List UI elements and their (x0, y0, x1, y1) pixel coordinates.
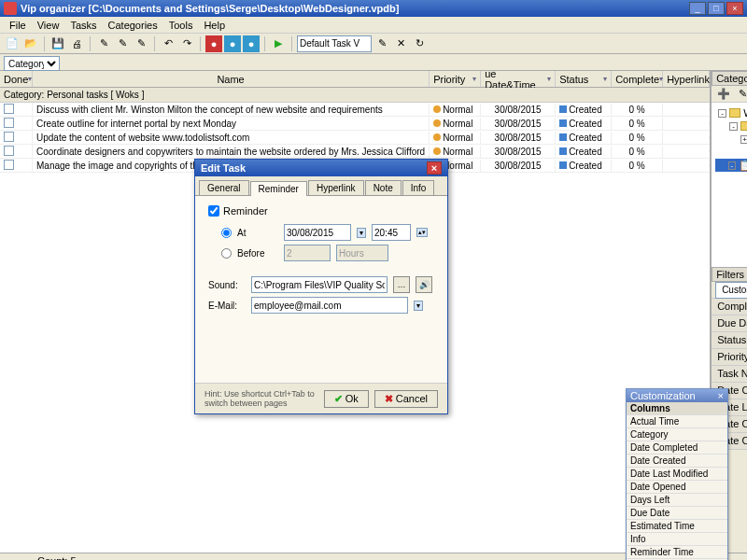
column-item[interactable]: Category (627, 428, 727, 441)
done-checkbox[interactable] (4, 132, 14, 142)
email-dropdown-icon[interactable]: ▾ (414, 301, 423, 311)
menu-help[interactable]: Help (198, 20, 231, 31)
task-name: Discuss with client Mr. Winston Milton t… (33, 104, 430, 116)
table-row[interactable]: Discuss with client Mr. Winston Milton t… (0, 103, 710, 117)
menu-tools[interactable]: Tools (163, 20, 199, 31)
tree-node[interactable]: -Projects1616 (715, 119, 747, 133)
column-item[interactable]: Date Last Modified (627, 468, 727, 481)
col-status[interactable]: Status▾ (556, 71, 612, 87)
note-icon[interactable]: ✎ (114, 35, 131, 52)
print-icon[interactable]: 🖨 (68, 35, 85, 52)
filter-row[interactable]: Completion⌄ (712, 299, 747, 315)
expand-icon[interactable]: - (728, 161, 736, 170)
sound-play-button[interactable]: 🔊 (416, 276, 432, 293)
expand-icon[interactable]: + (740, 135, 747, 144)
tab-hyperlink[interactable]: Hyperlink (308, 180, 364, 195)
time-input[interactable] (372, 224, 411, 241)
dialog-close-icon[interactable]: × (427, 161, 442, 175)
custom-close-icon[interactable]: × (718, 390, 724, 401)
sound-input[interactable] (251, 276, 388, 293)
tree-node[interactable]: ☺November (715, 172, 747, 185)
done-checkbox[interactable] (4, 118, 14, 128)
open-icon[interactable]: 📂 (22, 35, 39, 52)
blue-icon[interactable]: ● (224, 35, 241, 52)
column-item[interactable]: Actual Time (627, 415, 727, 428)
category-select[interactable]: Category (4, 56, 60, 71)
filter-row[interactable]: Task Name⌄ (712, 366, 747, 383)
undo-icon[interactable]: ↶ (160, 35, 176, 52)
redo-icon[interactable]: ↷ (178, 35, 195, 52)
menu-file[interactable]: File (4, 20, 32, 31)
column-item[interactable]: Date Opened (627, 481, 727, 494)
ok-button[interactable]: ✔Ok (324, 390, 369, 408)
col-hyperlink[interactable]: Hyperlink (663, 71, 710, 87)
cat-edit-icon[interactable]: ✎ (734, 86, 747, 103)
red-icon[interactable]: ● (205, 35, 222, 52)
column-item[interactable]: Reminder Time (627, 546, 727, 559)
copy-icon[interactable]: ✎ (133, 35, 149, 52)
new-icon[interactable]: 📄 (4, 35, 21, 52)
save-icon[interactable]: 💾 (49, 35, 66, 52)
filter-preset[interactable]: Custom (715, 282, 747, 299)
maximize-button[interactable]: □ (708, 2, 725, 15)
done-checkbox[interactable] (4, 146, 14, 156)
filter-row[interactable]: Priority⌄ (712, 349, 747, 366)
expand-icon[interactable]: - (718, 109, 726, 118)
time-spinner-icon[interactable]: ▴▾ (416, 228, 428, 237)
window-title: Vip organizer [C:\Documents and Settings… (21, 3, 689, 14)
cancel-button[interactable]: ✖Cancel (374, 390, 438, 408)
tab-info[interactable]: Info (402, 180, 435, 195)
col-due[interactable]: ue Date&Time▾ (481, 71, 556, 87)
cat-new-icon[interactable]: ➕ (715, 86, 732, 103)
dialog-title-bar[interactable]: Edit Task × (195, 160, 447, 176)
categories-tree[interactable]: -Woks2222-Projects1616+Clients1616📋Appoi… (712, 103, 747, 267)
group-row[interactable]: Category: Personal tasks [ Woks ] (0, 88, 710, 103)
blue2-icon[interactable]: ● (243, 35, 260, 52)
customization-panel[interactable]: Customization× ColumnsActual TimeCategor… (626, 388, 728, 560)
tab-general[interactable]: General (199, 180, 249, 195)
tool-icon[interactable]: ✎ (374, 35, 390, 52)
date-dropdown-icon[interactable]: ▾ (357, 228, 366, 238)
close-button[interactable]: × (726, 2, 743, 15)
sound-browse-button[interactable]: … (393, 276, 410, 293)
column-item[interactable]: Date Created (627, 455, 727, 468)
done-checkbox[interactable] (4, 160, 14, 170)
reminder-checkbox[interactable] (208, 205, 219, 217)
menu-tasks[interactable]: Tasks (64, 20, 102, 31)
tree-node[interactable]: -Woks2222 (715, 106, 747, 119)
filter-row[interactable]: Due Date⌄ (712, 315, 747, 332)
col-complete[interactable]: Complete▾ (612, 71, 663, 87)
table-row[interactable]: Create outline for internet portal by ne… (0, 117, 710, 131)
column-item[interactable]: Estimated Time (627, 520, 727, 533)
col-name[interactable]: Name (33, 71, 430, 87)
tree-node[interactable]: -📋Personal tasks55 (715, 159, 747, 172)
refresh-icon[interactable]: ↻ (411, 35, 428, 52)
menu-view[interactable]: View (32, 20, 65, 31)
tab-reminder[interactable]: Reminder (250, 181, 307, 196)
tab-note[interactable]: Note (365, 180, 402, 195)
expand-icon[interactable]: - (729, 122, 738, 131)
at-radio[interactable] (221, 228, 232, 238)
tree-node[interactable]: +Clients1616 (715, 133, 747, 146)
col-done[interactable]: Done▾ (0, 71, 33, 87)
email-input[interactable] (251, 297, 408, 314)
column-item[interactable]: Days Left (627, 494, 727, 507)
before-radio[interactable] (221, 248, 232, 259)
column-item[interactable]: Info (627, 533, 727, 546)
delete-icon[interactable]: ✕ (392, 35, 409, 52)
menu-categories[interactable]: Categories (103, 20, 163, 31)
date-input[interactable] (284, 224, 351, 241)
column-item[interactable]: Date Completed (627, 441, 727, 455)
tree-node[interactable]: ☺October (715, 185, 747, 198)
run-icon[interactable]: ▶ (270, 35, 287, 52)
column-item[interactable]: Due Date (627, 507, 727, 520)
edit-icon[interactable]: ✎ (95, 35, 112, 52)
col-priority[interactable]: Priority▾ (430, 71, 481, 87)
filter-row[interactable]: Status⌄ (712, 332, 747, 349)
minimize-button[interactable]: _ (689, 2, 706, 15)
table-row[interactable]: Update the content of website www.todoli… (0, 131, 710, 145)
table-row[interactable]: Coordinate designers and copywriters to … (0, 145, 710, 159)
task-combo[interactable] (297, 35, 372, 52)
tree-node[interactable]: 📋December (715, 198, 747, 211)
done-checkbox[interactable] (4, 104, 14, 114)
